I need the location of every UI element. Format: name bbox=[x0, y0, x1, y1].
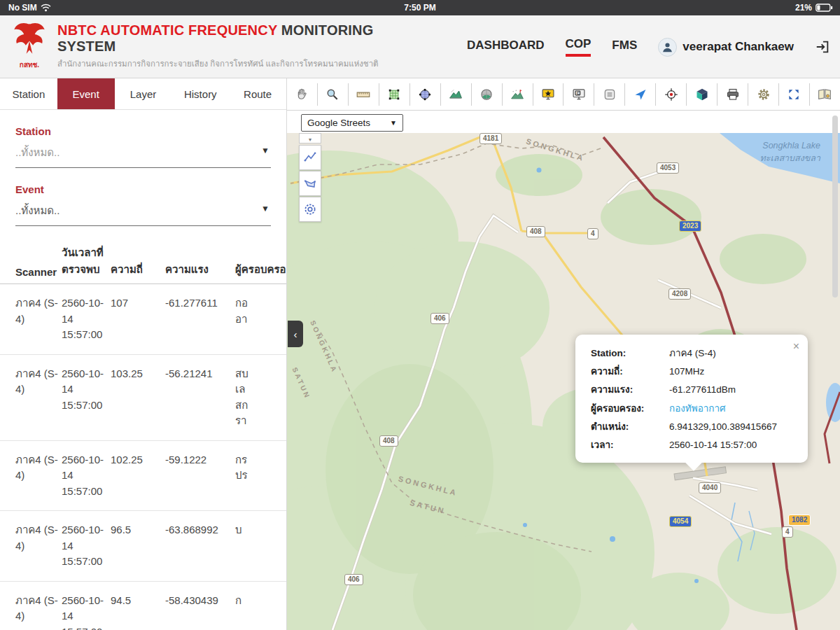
popup-label: ผู้ครอบครอง: bbox=[591, 402, 669, 415]
zoom-magnifier-icon[interactable] bbox=[317, 83, 348, 106]
basemap-select[interactable]: Google Streets ▼ bbox=[301, 114, 403, 132]
locate-arrow-icon[interactable] bbox=[624, 83, 655, 106]
status-bar: No SIM 7:50 PM 21% bbox=[0, 0, 840, 15]
popup-value: 6.941329,100.389415667 bbox=[669, 421, 777, 433]
cell-power: -56.21241 bbox=[165, 354, 235, 440]
logo-caption: กสทช. bbox=[10, 59, 49, 70]
battery-icon bbox=[816, 4, 833, 12]
cell-power: -59.1222 bbox=[165, 440, 235, 511]
panel-tabs: Station Event Layer History Route bbox=[0, 78, 286, 110]
clock-label: 7:50 PM bbox=[0, 3, 840, 13]
user-icon bbox=[662, 41, 673, 53]
popup-value: 107MHz bbox=[669, 365, 704, 378]
popup-label: ตำแหน่ง: bbox=[591, 421, 669, 433]
layers-list-icon[interactable] bbox=[594, 83, 624, 106]
draw-polyline-icon[interactable] bbox=[299, 145, 321, 170]
logout-icon[interactable] bbox=[815, 39, 830, 55]
table-row[interactable]: ภาค4 (S-4) 2560-10-14 15:57:00 103.25 -5… bbox=[0, 354, 287, 440]
popup-value: 2560-10-14 15:57:00 bbox=[669, 439, 757, 451]
col-frequency: ความถี่ bbox=[111, 244, 165, 284]
peak-flag-icon[interactable] bbox=[502, 83, 533, 106]
cell-power: -58.430439 bbox=[165, 581, 235, 630]
chevron-down-icon: ▼ bbox=[261, 204, 270, 214]
station-select[interactable]: ..ทั้งหมด.. ▼ bbox=[15, 144, 271, 168]
event-select[interactable]: ..ทั้งหมด.. ▼ bbox=[15, 202, 271, 226]
cell-datetime: 2560-10-14 15:57:00 bbox=[62, 581, 111, 630]
draw-tools-partial-button[interactable]: ▾ bbox=[299, 133, 321, 144]
map-area: C bbox=[287, 78, 840, 630]
avatar bbox=[658, 38, 677, 57]
nav-dashboard[interactable]: DASHBOARD bbox=[467, 38, 545, 55]
cell-frequency: 102.25 bbox=[111, 440, 165, 511]
title-red: NBTC AUTOMATIC FREQUENCY bbox=[57, 22, 277, 38]
basemap-value: Google Streets bbox=[307, 118, 370, 128]
popup-value: -61.277611dBm bbox=[669, 384, 736, 396]
viewshed-globe-icon[interactable] bbox=[471, 83, 502, 106]
top-nav: DASHBOARD COP FMS veerapat Chankaew bbox=[467, 15, 830, 78]
popup-label: ความแรง: bbox=[591, 384, 669, 396]
table-row[interactable]: ภาค4 (S-4) 2560-10-14 15:57:00 102.25 -5… bbox=[0, 440, 287, 511]
tab-route[interactable]: Route bbox=[229, 78, 286, 109]
app-header: กสทช. NBTC AUTOMATIC FREQUENCY MONITORIN… bbox=[0, 15, 840, 78]
cell-scanner: ภาค4 (S-4) bbox=[0, 354, 62, 440]
fullscreen-expand-icon[interactable] bbox=[778, 83, 809, 106]
monitor-star-icon[interactable] bbox=[533, 83, 564, 106]
cube-3d-icon[interactable] bbox=[686, 83, 717, 106]
nav-cop[interactable]: COP bbox=[566, 37, 592, 57]
cell-datetime: 2560-10-14 15:57:00 bbox=[62, 440, 111, 511]
cell-owner: ก bbox=[235, 581, 287, 630]
map-toolbar: C bbox=[287, 78, 840, 111]
table-row[interactable]: ภาค4 (S-4) 2560-10-14 15:57:00 96.5 -63.… bbox=[0, 511, 287, 582]
tab-event[interactable]: Event bbox=[57, 78, 115, 109]
center-target-icon[interactable] bbox=[655, 83, 686, 106]
event-select-value: ..ทั้งหมด.. bbox=[15, 204, 59, 216]
left-panel: Station Event Layer History Route Statio… bbox=[0, 78, 287, 630]
cell-frequency: 96.5 bbox=[111, 511, 165, 582]
legend-book-icon[interactable] bbox=[809, 83, 840, 106]
tab-layer[interactable]: Layer bbox=[115, 78, 172, 109]
col-scanner: Scanner bbox=[0, 244, 62, 284]
map-canvas[interactable]: Songkhla Lake ทะเลสาบสงขลา SONGKHLA SONG… bbox=[287, 133, 840, 630]
username-label: veerapat Chankaew bbox=[682, 40, 794, 54]
cell-frequency: 94.5 bbox=[111, 581, 165, 630]
tab-history[interactable]: History bbox=[172, 78, 229, 109]
col-owner: ผู้ครอบครอง bbox=[235, 244, 287, 284]
cell-datetime: 2560-10-14 15:57:00 bbox=[62, 511, 111, 582]
popup-value: ภาค4 (S-4) bbox=[669, 347, 716, 360]
app-root: No SIM 7:50 PM 21% กสทช. bbox=[0, 0, 840, 630]
draw-polygon-icon[interactable] bbox=[299, 171, 321, 196]
measure-ruler-icon[interactable] bbox=[348, 83, 379, 106]
popup-label: ความถี่: bbox=[591, 365, 669, 378]
table-header-row: Scanner วันเวลาที่ ตรวจพบ ความถี่ ความแร… bbox=[0, 244, 287, 284]
user-menu[interactable]: veerapat Chankaew bbox=[658, 38, 794, 57]
map-scrollbar[interactable] bbox=[832, 115, 838, 298]
col-datetime: วันเวลาที่ ตรวจพบ bbox=[62, 244, 111, 284]
draw-circle-icon[interactable] bbox=[299, 197, 321, 222]
settings-gear-icon[interactable] bbox=[748, 83, 778, 106]
station-select-value: ..ทั้งหมด.. bbox=[15, 146, 59, 158]
table-row[interactable]: ภาค4 (S-4) 2560-10-14 15:57:00 107 -61.2… bbox=[0, 284, 287, 355]
battery-percent: 21% bbox=[795, 3, 812, 13]
cell-datetime: 2560-10-14 15:57:00 bbox=[62, 284, 111, 355]
tab-station[interactable]: Station bbox=[0, 78, 57, 109]
select-area-grid-icon[interactable] bbox=[379, 83, 410, 106]
cell-scanner: ภาค4 (S-4) bbox=[0, 440, 62, 511]
popup-owner-link[interactable]: กองทัพอากาศ bbox=[669, 402, 726, 415]
close-icon[interactable]: × bbox=[793, 340, 799, 353]
cell-power: -61.277611 bbox=[165, 284, 235, 355]
nav-fms[interactable]: FMS bbox=[612, 38, 637, 55]
cell-owner: กอ อา bbox=[235, 284, 287, 355]
monitor-c-icon[interactable]: C bbox=[563, 83, 594, 106]
terrain-profile-icon[interactable] bbox=[440, 83, 471, 106]
org-subtitle: สำนักงานคณะกรรมการกิจการกระจายเสียง กิจก… bbox=[57, 58, 379, 70]
table-row[interactable]: ภาค4 (S-4) 2560-10-14 15:57:00 94.5 -58.… bbox=[0, 581, 287, 630]
cell-datetime: 2560-10-14 15:57:00 bbox=[62, 354, 111, 440]
cell-scanner: ภาค4 (S-4) bbox=[0, 581, 62, 630]
panel-collapse-handle[interactable]: ‹ bbox=[288, 321, 303, 347]
print-icon[interactable] bbox=[717, 83, 748, 106]
station-filter-label: Station bbox=[15, 125, 271, 137]
pan-hand-icon[interactable] bbox=[287, 83, 317, 106]
page-title: NBTC AUTOMATIC FREQUENCY MONITORING SYST… bbox=[57, 22, 428, 55]
nbtc-logo: กสทช. bbox=[10, 20, 49, 76]
buffer-circle-icon[interactable] bbox=[410, 83, 440, 106]
